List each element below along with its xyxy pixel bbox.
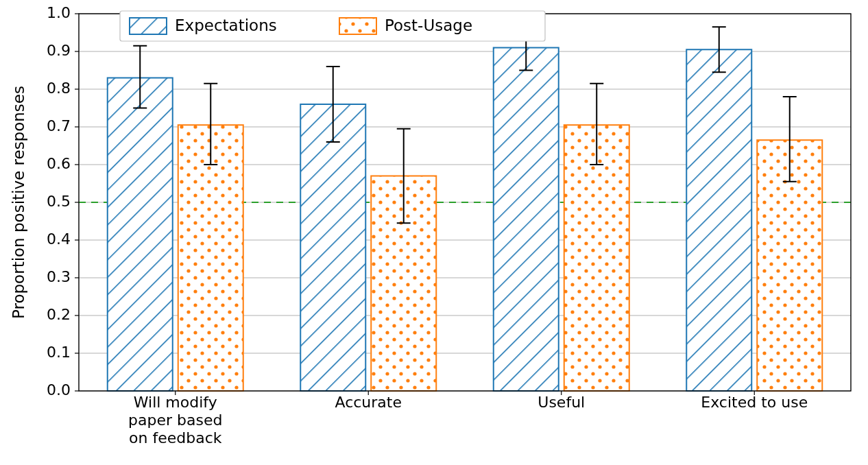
x-tick-label: Useful: [538, 394, 585, 411]
y-tick-label: 0.7: [47, 117, 71, 134]
y-tick-label: 0.3: [47, 268, 71, 285]
y-tick-label: 0.4: [47, 230, 71, 248]
y-tick-label: 0.2: [47, 306, 71, 323]
x-tick-label: Accurate: [335, 394, 402, 411]
chart-svg: 0.00.10.20.30.40.50.60.70.80.91.0Will mo…: [0, 0, 868, 465]
y-tick-label: 0.0: [47, 381, 71, 398]
x-tick-label: on feedback: [129, 429, 222, 446]
y-tick-label: 0.9: [47, 42, 71, 59]
x-tick-label: Excited to use: [701, 394, 808, 411]
bar-expectations: [108, 78, 173, 392]
legend-swatch-postusage: [339, 18, 376, 34]
legend-label-postusage: Post-Usage: [385, 16, 472, 34]
bar-expectations: [494, 48, 559, 392]
y-tick-label: 1.0: [47, 4, 71, 21]
y-axis-label: Proportion positive responses: [10, 86, 27, 319]
chart-container: 0.00.10.20.30.40.50.60.70.80.91.0Will mo…: [0, 0, 868, 465]
y-tick-label: 0.1: [47, 344, 71, 361]
bar-expectations: [686, 49, 751, 391]
y-tick-label: 0.8: [47, 80, 71, 97]
x-tick-label: paper based: [128, 412, 222, 429]
y-tick-label: 0.6: [47, 155, 71, 172]
legend-label-expectations: Expectations: [175, 16, 277, 34]
y-tick-label: 0.5: [47, 193, 71, 210]
x-tick-label: Will modify: [134, 394, 217, 411]
legend-swatch-expectations: [130, 18, 167, 34]
bar-expectations: [300, 104, 365, 391]
